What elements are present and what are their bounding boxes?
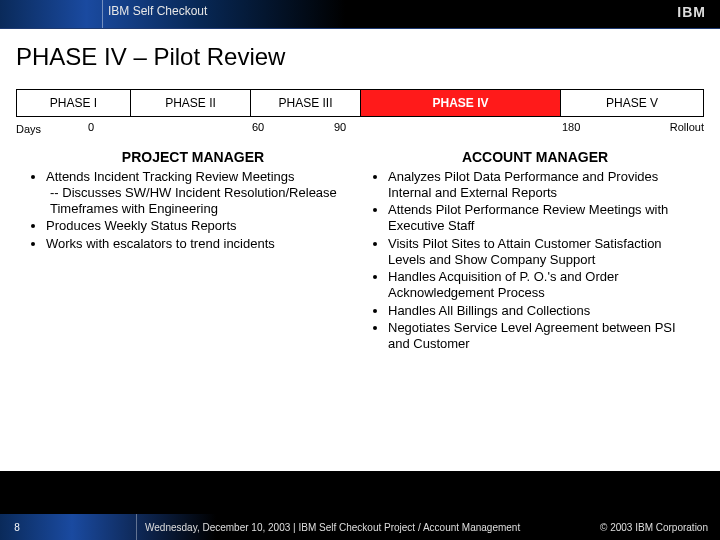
left-heading: PROJECT MANAGER: [28, 149, 358, 167]
left-bullet-1-text: Attends Incident Tracking Review Meeting…: [46, 169, 295, 184]
right-bullet-6: Negotiates Service Level Agreement betwe…: [388, 320, 700, 353]
footer-divider: [136, 514, 137, 540]
ibm-logo: IBM: [677, 4, 706, 20]
right-bullet-5: Handles All Billings and Collections: [388, 303, 700, 319]
right-list: Analyzes Pilot Data Performance and Prov…: [370, 169, 700, 353]
phase-4: PHASE IV: [361, 89, 561, 117]
right-heading: ACCOUNT MANAGER: [370, 149, 700, 167]
right-bullet-1: Analyzes Pilot Data Performance and Prov…: [388, 169, 700, 202]
footer-copyright: © 2003 IBM Corporation: [600, 522, 708, 533]
tick-60: 60: [252, 121, 264, 133]
footer-bar: 8 Wednesday, December 10, 2003 | IBM Sel…: [0, 514, 720, 540]
header-divider: [102, 0, 103, 28]
left-bullet-2: Produces Weekly Status Reports: [46, 218, 358, 234]
phase-1: PHASE I: [16, 89, 131, 117]
tick-90: 90: [334, 121, 346, 133]
left-column: PROJECT MANAGER Attends Incident Trackin…: [28, 149, 358, 463]
days-label: Days: [16, 123, 56, 135]
phase-boxes: PHASE I PHASE II PHASE III PHASE IV PHAS…: [16, 89, 704, 117]
tick-180: 180: [562, 121, 580, 133]
header-bar: IBM Self Checkout IBM: [0, 0, 720, 28]
phase-5: PHASE V: [561, 89, 704, 117]
phase-timeline: PHASE I PHASE II PHASE III PHASE IV PHAS…: [0, 89, 720, 141]
tick-0: 0: [88, 121, 94, 133]
days-row: Days 0 60 90 180 Rollout: [16, 121, 704, 137]
header-subtitle: IBM Self Checkout: [108, 4, 207, 18]
right-bullet-3: Visits Pilot Sites to Attain Customer Sa…: [388, 236, 700, 269]
tick-rollout: Rollout: [670, 121, 704, 133]
right-bullet-4: Handles Acquisition of P. O.'s and Order…: [388, 269, 700, 302]
left-list: Attends Incident Tracking Review Meeting…: [28, 169, 358, 252]
right-column: ACCOUNT MANAGER Analyzes Pilot Data Perf…: [370, 149, 700, 463]
left-bullet-3: Works with escalators to trend incidents: [46, 236, 358, 252]
left-bullet-1-sub: -- Discusses SW/HW Incident Resolution/R…: [50, 185, 358, 218]
content-columns: PROJECT MANAGER Attends Incident Trackin…: [0, 141, 720, 471]
left-bullet-1: Attends Incident Tracking Review Meeting…: [46, 169, 358, 218]
footer-text: Wednesday, December 10, 2003 | IBM Self …: [145, 522, 600, 533]
phase-2: PHASE II: [131, 89, 251, 117]
right-bullet-2: Attends Pilot Performance Review Meeting…: [388, 202, 700, 235]
phase-3: PHASE III: [251, 89, 361, 117]
title-area: PHASE IV – Pilot Review: [0, 29, 720, 89]
page-number: 8: [0, 522, 34, 533]
page-title: PHASE IV – Pilot Review: [16, 43, 704, 71]
